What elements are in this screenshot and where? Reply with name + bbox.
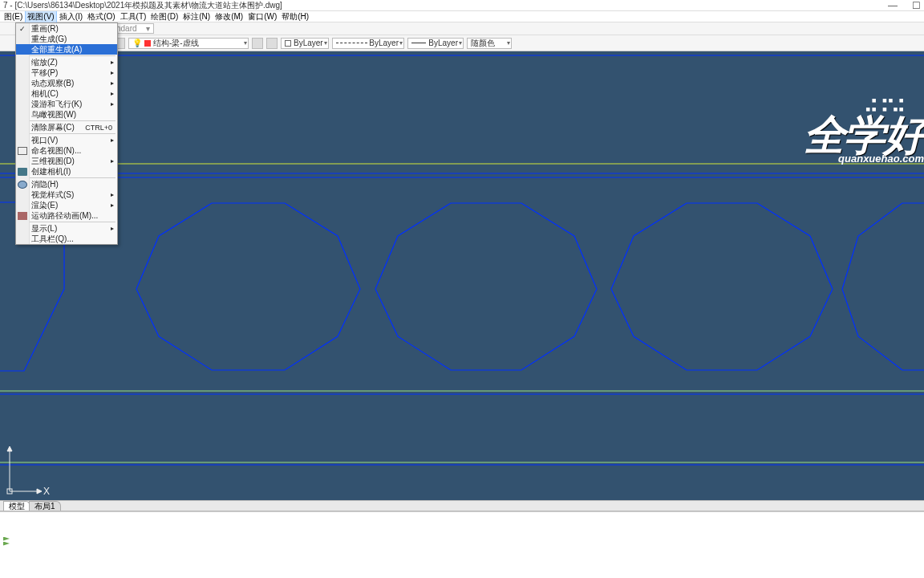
menu-item[interactable]: 视觉样式(S)▸: [16, 189, 117, 200]
menu-item[interactable]: 运动路径动画(M)...: [16, 210, 117, 221]
menu-item[interactable]: 工具栏(Q)...: [16, 234, 117, 244]
svg-marker-9: [136, 203, 360, 370]
menu-item[interactable]: 缩放(Z)▸: [16, 57, 117, 67]
menu-modify[interactable]: 修改(M): [213, 11, 245, 22]
layer-tool-icon[interactable]: [252, 38, 263, 49]
maximize-button[interactable]: ☐: [912, 0, 921, 11]
menu-item[interactable]: 鸟瞰视图(W): [16, 109, 117, 120]
lineweight-combo[interactable]: ByLayer: [407, 38, 464, 49]
menu-draw[interactable]: 绘图(D): [148, 11, 180, 22]
minimize-button[interactable]: —: [888, 0, 898, 11]
window-title: 7 - [C:\Users\86134\Desktop\2021年模拟题及其素材…: [3, 0, 282, 11]
view-dropdown: ✓重画(R)重生成(G)全部重生成(A)缩放(Z)▸平移(P)▸动态观察(B)▸…: [15, 22, 118, 245]
menubar: 图(E) 视图(V) 插入(I) 格式(O) 工具(T) 绘图(D) 标注(N)…: [0, 11, 924, 22]
svg-marker-15: [37, 489, 42, 494]
menu-item[interactable]: 命名视图(N)...: [16, 145, 117, 156]
plotstyle-combo[interactable]: 随颜色: [467, 38, 512, 49]
menu-item[interactable]: 创建相机(I): [16, 166, 117, 177]
svg-marker-16: [7, 446, 12, 451]
menu-view[interactable]: 视图(V): [25, 10, 56, 23]
svg-marker-12: [842, 203, 924, 370]
style-combo[interactable]: ndard ▾: [112, 23, 154, 34]
menu-item[interactable]: 漫游和飞行(K)▸: [16, 99, 117, 109]
drawing-canvas[interactable]: X ▪ ▪▪ ▪▪▪ ▪ ▪▪ 全学好 quanxuehao.com: [0, 51, 924, 500]
menu-format[interactable]: 格式(O): [85, 11, 117, 22]
menu-item[interactable]: 全部重生成(A): [16, 44, 117, 55]
svg-marker-10: [375, 203, 597, 370]
command-history-icon[interactable]: [3, 537, 10, 546]
window-controls: — ☐: [888, 0, 921, 11]
titlebar: 7 - [C:\Users\86134\Desktop\2021年模拟题及其素材…: [0, 0, 924, 11]
menu-item[interactable]: 视口(V)▸: [16, 135, 117, 145]
tab-layout1[interactable]: 布局1: [29, 501, 61, 511]
menu-item[interactable]: 动态观察(B)▸: [16, 78, 117, 88]
menu-edit[interactable]: 图(E): [2, 11, 25, 22]
command-area: [0, 511, 924, 551]
layout-tabs: 模型 布局1: [0, 500, 924, 511]
menu-window[interactable]: 窗口(W): [245, 11, 279, 22]
menu-item[interactable]: 重生成(G): [16, 34, 117, 44]
color-combo[interactable]: ByLayer: [281, 38, 329, 49]
menu-item[interactable]: 显示(L)▸: [16, 223, 117, 234]
menu-item[interactable]: ✓重画(R): [16, 23, 117, 34]
menu-item[interactable]: 平移(P)▸: [16, 67, 117, 78]
command-input[interactable]: [13, 536, 921, 546]
menu-item[interactable]: 渲染(E)▸: [16, 200, 117, 210]
axis-x-label: X: [43, 486, 50, 497]
menu-item[interactable]: 消隐(H): [16, 179, 117, 189]
menu-item[interactable]: 清除屏幕(C)CTRL+0: [16, 122, 117, 132]
menu-insert[interactable]: 插入(I): [57, 11, 85, 22]
toolbar-1: ndard ▾: [0, 22, 924, 35]
menu-tools[interactable]: 工具(T): [118, 11, 149, 22]
layer-combo[interactable]: 💡结构-梁-虚线: [128, 38, 249, 49]
menu-dimension[interactable]: 标注(N): [180, 11, 213, 22]
svg-marker-11: [611, 203, 833, 370]
linetype-combo[interactable]: ByLayer: [332, 38, 404, 49]
menu-item[interactable]: 三维视图(D)▸: [16, 156, 117, 166]
layer-tool2-icon[interactable]: [266, 38, 278, 49]
tab-model[interactable]: 模型: [3, 501, 30, 511]
menu-help[interactable]: 帮助(H): [279, 11, 311, 22]
menu-item[interactable]: 相机(C)▸: [16, 88, 117, 99]
toolbar-2: 💡结构-梁-虚线 ByLayer ByLayer ByLayer 随颜色: [0, 35, 924, 51]
